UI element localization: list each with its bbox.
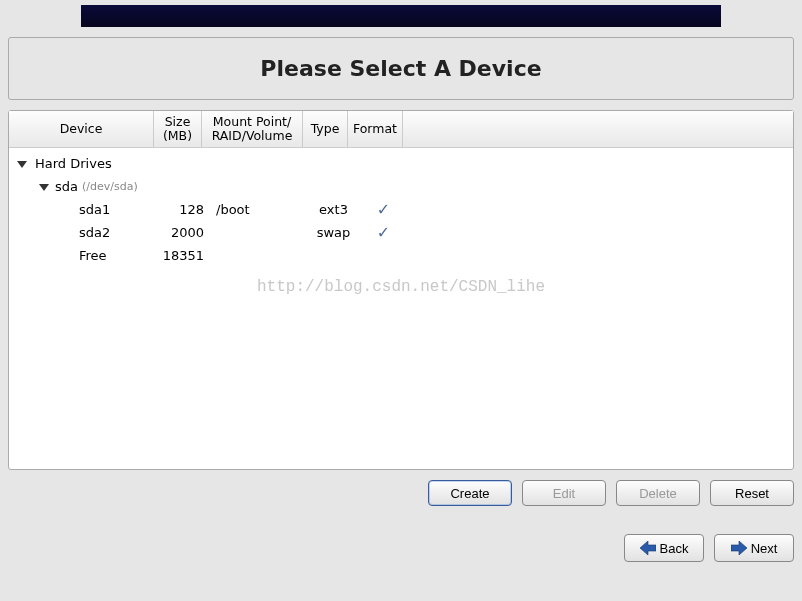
arrow-right-icon	[731, 541, 747, 555]
col-device[interactable]: Device	[9, 111, 154, 147]
col-type[interactable]: Type	[303, 111, 348, 147]
title-panel: Please Select A Device	[8, 37, 794, 100]
part-name: sda1	[17, 202, 162, 217]
col-format[interactable]: Format	[348, 111, 403, 147]
reset-button[interactable]: Reset	[710, 480, 794, 506]
check-icon: ✓	[377, 200, 390, 219]
svg-marker-3	[731, 541, 747, 555]
part-format: ✓	[356, 223, 411, 242]
check-icon: ✓	[377, 223, 390, 242]
tree-row-root[interactable]: Hard Drives	[9, 152, 793, 175]
svg-marker-2	[640, 541, 656, 555]
col-size[interactable]: Size (MB)	[154, 111, 202, 147]
root-label: Hard Drives	[35, 156, 112, 171]
tree-row-disk[interactable]: sda (/dev/sda)	[9, 175, 793, 198]
part-mount: /boot	[210, 202, 311, 217]
top-banner	[81, 5, 721, 27]
table-header: Device Size (MB) Mount Point/ RAID/Volum…	[9, 111, 793, 148]
table-row[interactable]: sda1 128 /boot ext3 ✓	[9, 198, 793, 221]
col-rest	[403, 111, 793, 147]
disk-path: (/dev/sda)	[82, 180, 138, 193]
delete-button: Delete	[616, 480, 700, 506]
device-tree: Hard Drives sda (/dev/sda) sda1 128 /boo…	[9, 148, 793, 469]
disk-name: sda	[55, 179, 78, 194]
col-mount[interactable]: Mount Point/ RAID/Volume	[202, 111, 303, 147]
nav-buttons: Back Next	[8, 534, 794, 562]
svg-marker-0	[17, 161, 27, 168]
action-buttons: Create Edit Delete Reset	[8, 480, 794, 506]
page-title: Please Select A Device	[9, 56, 793, 81]
part-size: 2000	[162, 225, 210, 240]
arrow-left-icon	[640, 541, 656, 555]
back-button[interactable]: Back	[624, 534, 704, 562]
part-size: 18351	[162, 248, 210, 263]
create-button[interactable]: Create	[428, 480, 512, 506]
part-size: 128	[162, 202, 210, 217]
part-type: ext3	[311, 202, 356, 217]
expand-icon[interactable]	[17, 159, 27, 169]
part-format: ✓	[356, 200, 411, 219]
part-name: Free	[17, 248, 162, 263]
expand-icon[interactable]	[39, 182, 49, 192]
next-button[interactable]: Next	[714, 534, 794, 562]
part-type: swap	[311, 225, 356, 240]
svg-marker-1	[39, 184, 49, 191]
back-label: Back	[660, 541, 689, 556]
table-row[interactable]: Free 18351	[9, 244, 793, 267]
device-panel: Device Size (MB) Mount Point/ RAID/Volum…	[8, 110, 794, 470]
watermark: http://blog.csdn.net/CSDN_lihe	[257, 278, 545, 296]
edit-button: Edit	[522, 480, 606, 506]
part-name: sda2	[17, 225, 162, 240]
table-row[interactable]: sda2 2000 swap ✓	[9, 221, 793, 244]
next-label: Next	[751, 541, 778, 556]
